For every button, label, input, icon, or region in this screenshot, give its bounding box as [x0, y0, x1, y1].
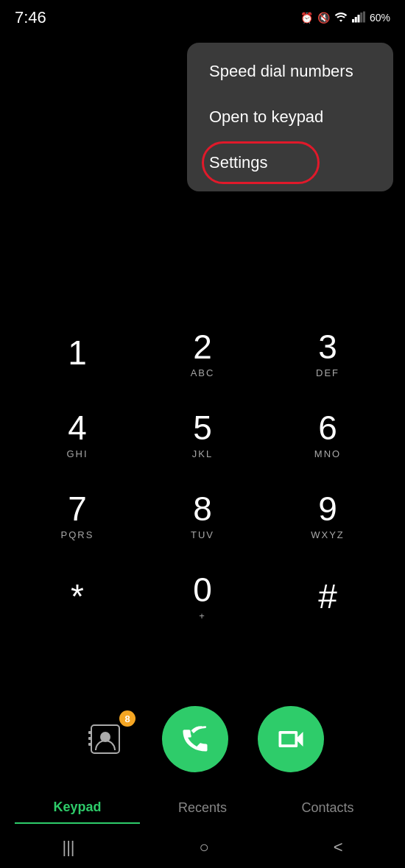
dialpad-key-8[interactable]: 8 TUV [151, 479, 254, 552]
system-nav-bar: ||| ○ < [0, 827, 405, 868]
nav-recents[interactable]: Recents [140, 793, 265, 823]
contacts-badge: 8 [119, 710, 135, 727]
battery-text: 60% [370, 12, 390, 24]
dropdown-menu: Speed dial numbers Open to keypad Settin… [187, 43, 393, 191]
alarm-icon: ⏰ [300, 12, 313, 24]
call-button[interactable] [162, 706, 228, 772]
dialpad-key-6[interactable]: 6 MNO [276, 398, 379, 471]
status-time: 7:46 [15, 8, 46, 27]
svg-rect-4 [360, 13, 362, 23]
svg-text:+: + [344, 12, 347, 16]
video-call-button[interactable] [258, 706, 324, 772]
settings-menu-item[interactable]: Settings [187, 140, 393, 186]
contacts-shortcut-button[interactable]: 8 [81, 713, 133, 765]
sys-nav-back-button[interactable]: < [334, 838, 343, 857]
svg-rect-1 [352, 19, 354, 23]
dialpad-row-3: 7 PQRS 8 TUV 9 WXYZ [15, 479, 390, 552]
speed-dial-menu-item[interactable]: Speed dial numbers [187, 49, 393, 94]
bottom-actions: 8 [0, 706, 405, 772]
nav-contacts[interactable]: Contacts [265, 793, 390, 823]
open-keypad-menu-item[interactable]: Open to keypad [187, 94, 393, 140]
svg-rect-9 [88, 743, 91, 746]
svg-rect-2 [355, 17, 357, 23]
bottom-nav: Keypad Recents Contacts [0, 792, 405, 824]
dialpad-key-9[interactable]: 9 WXYZ [276, 479, 379, 552]
svg-rect-7 [88, 731, 91, 734]
dialpad-row-4: * 0 + # [15, 560, 390, 633]
svg-rect-5 [363, 11, 365, 22]
sys-nav-menu-button[interactable]: ||| [62, 838, 74, 857]
dialpad-key-4[interactable]: 4 GHI [26, 398, 129, 471]
signal-icon [352, 11, 365, 25]
nav-keypad[interactable]: Keypad [15, 792, 140, 824]
dialpad-key-1[interactable]: 1 [26, 317, 129, 390]
sys-nav-home-button[interactable]: ○ [199, 838, 208, 857]
dialpad: 1 2 ABC 3 DEF 4 GHI 5 JKL 6 MNO 7 PQRS [0, 317, 405, 641]
dialpad-key-hash[interactable]: # [276, 560, 379, 633]
dialpad-row-1: 1 2 ABC 3 DEF [15, 317, 390, 390]
wifi-icon: + [334, 11, 348, 25]
svg-rect-8 [88, 737, 91, 740]
dialpad-key-7[interactable]: 7 PQRS [26, 479, 129, 552]
status-bar: 7:46 ⏰ 🔇 + 60% [0, 0, 405, 32]
dialpad-key-3[interactable]: 3 DEF [276, 317, 379, 390]
mute-icon: 🔇 [317, 12, 330, 24]
dialpad-key-0[interactable]: 0 + [151, 560, 254, 633]
dialpad-key-star[interactable]: * [26, 560, 129, 633]
dialpad-key-2[interactable]: 2 ABC [151, 317, 254, 390]
dialpad-key-5[interactable]: 5 JKL [151, 398, 254, 471]
dialpad-row-2: 4 GHI 5 JKL 6 MNO [15, 398, 390, 471]
status-icons: ⏰ 🔇 + 60% [300, 11, 390, 25]
svg-rect-3 [357, 15, 359, 23]
